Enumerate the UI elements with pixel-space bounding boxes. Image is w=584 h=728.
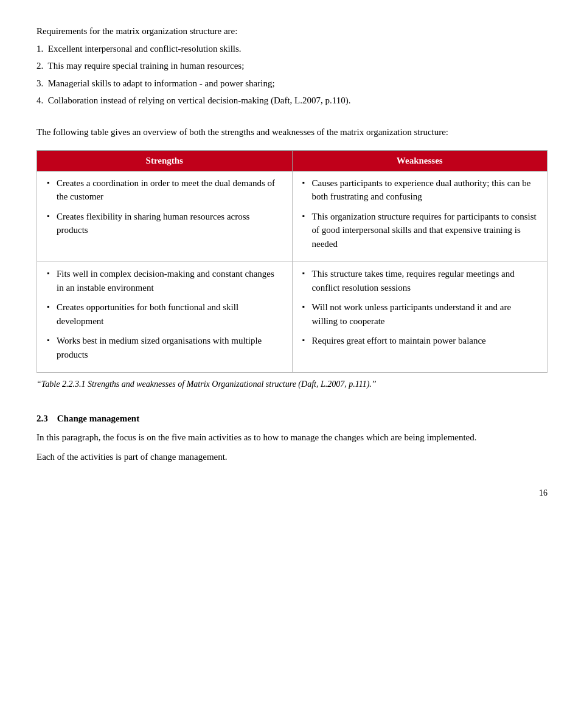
list-item: Requires great effort to maintain power …: [301, 334, 539, 348]
list-item: Creates a coordination in order to meet …: [46, 176, 283, 204]
section-number: 2.3 Change management: [36, 414, 139, 423]
list-item: Creates flexibility in sharing human res…: [46, 210, 283, 237]
intro-item-1: 1. Excellent interpersonal and conflict-…: [36, 42, 548, 56]
intro-item-2: 2. This may require special training in …: [36, 59, 548, 73]
intro-heading: Requirements for the matrix organization…: [36, 24, 548, 38]
list-item: Works best in medium sized organisations…: [46, 334, 283, 361]
list-item: Causes participants to experience dual a…: [301, 176, 539, 204]
list-item: Will not work unless participants unders…: [301, 300, 539, 328]
section-body-2: Each of the activities is part of change…: [36, 449, 548, 464]
table-row: Creates a coordination in order to meet …: [37, 171, 548, 262]
list-item: Creates opportunities for both functiona…: [46, 300, 283, 328]
section-title: Change management: [57, 414, 139, 423]
page-content: Requirements for the matrix organization…: [36, 24, 548, 498]
strengths-header: Strengths: [37, 150, 293, 171]
section-body-1: In this paragraph, the focus is on the f…: [36, 430, 548, 445]
list-item: This structure takes time, requires regu…: [301, 267, 539, 294]
table-caption: “Table 2.2.3.1 Strengths and weaknesses …: [36, 378, 548, 390]
weaknesses-header: Weaknesses: [292, 150, 548, 171]
strengths-cell-2: Fits well in complex decision-making and…: [37, 262, 293, 373]
intro-item-3: 3. Managerial skills to adapt to informa…: [36, 77, 548, 91]
strengths-cell-1: Creates a coordination in order to meet …: [37, 171, 293, 262]
table-row: Fits well in complex decision-making and…: [37, 262, 548, 373]
section-heading: 2.3 Change management: [36, 414, 548, 424]
overview-paragraph: The following table gives an overview of…: [36, 125, 548, 139]
strengths-weaknesses-table: Strengths Weaknesses Creates a coordinat…: [36, 150, 548, 373]
list-item: This organization structure requires for…: [301, 210, 539, 251]
intro-section: Requirements for the matrix organization…: [36, 24, 548, 108]
page-number: 16: [36, 488, 548, 498]
intro-item-4: 4. Collaboration instead of relying on v…: [36, 94, 548, 108]
weaknesses-cell-1: Causes participants to experience dual a…: [292, 171, 548, 262]
weaknesses-cell-2: This structure takes time, requires regu…: [292, 262, 548, 373]
list-item: Fits well in complex decision-making and…: [46, 267, 283, 294]
